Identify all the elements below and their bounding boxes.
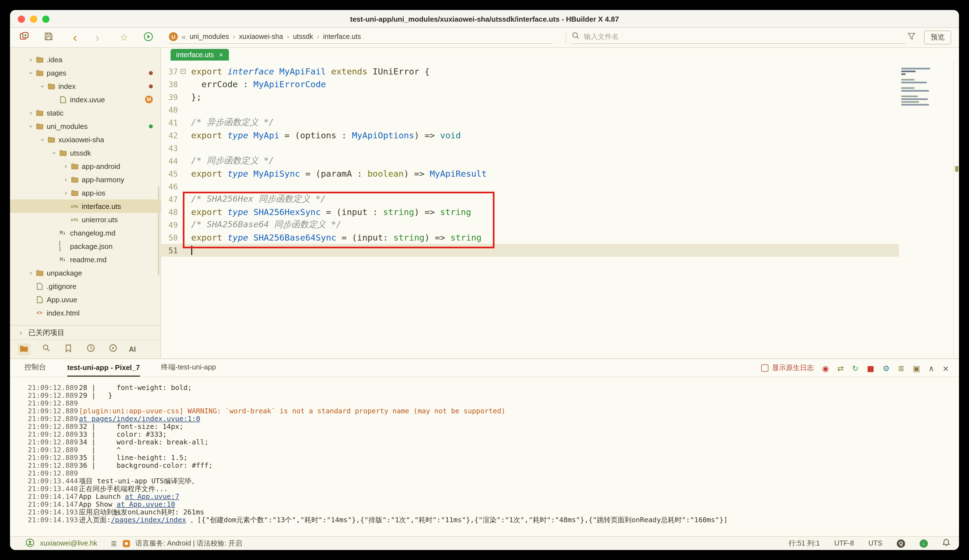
- export-log-icon[interactable]: ▣: [913, 364, 920, 372]
- chevron-down-icon[interactable]: ›: [28, 69, 35, 77]
- favorite-button[interactable]: ☆: [118, 31, 130, 44]
- run-button[interactable]: [142, 31, 155, 44]
- code-line-44[interactable]: 44/* 同步函数定义 */: [161, 155, 899, 167]
- tree-item-interface.uts[interactable]: UTSinterface.uts: [10, 199, 161, 213]
- encoding-indicator[interactable]: UTF-8: [834, 540, 854, 547]
- minimap[interactable]: [899, 66, 954, 107]
- history-view-button[interactable]: [85, 343, 97, 355]
- code-line-50[interactable]: 50export type SHA256Base64Sync = (input:…: [161, 231, 899, 244]
- tree-item-index.uvue[interactable]: index.uvueM: [10, 93, 161, 106]
- code-line-46[interactable]: 46: [161, 180, 899, 193]
- tree-item-uni_modules[interactable]: ›uni_modules: [10, 120, 161, 133]
- account-email[interactable]: xuxiaowei@live.hk: [40, 540, 97, 547]
- fold-gutter[interactable]: −: [178, 69, 188, 74]
- bug-icon[interactable]: ◉: [822, 364, 829, 372]
- extensions-view-button[interactable]: [107, 343, 119, 355]
- code-line-38[interactable]: 38 errCode : MyApiErrorCode: [161, 78, 899, 91]
- code-line-45[interactable]: 45export type MyApiSync = (paramA : bool…: [161, 167, 899, 180]
- code-line-42[interactable]: 42export type MyApi = (options : MyApiOp…: [161, 129, 899, 142]
- tree-item-app-android[interactable]: ›app-android: [10, 160, 161, 173]
- task-list-icon[interactable]: ≣: [111, 539, 117, 548]
- tab-interface-uts[interactable]: interface.uts ×: [171, 49, 229, 61]
- console-tab-控制台[interactable]: 控制台: [25, 359, 46, 377]
- tree-item-package.json[interactable]: [ ]package.json: [10, 239, 161, 253]
- update-download-icon[interactable]: ↓: [919, 539, 928, 547]
- navigate-forward-button[interactable]: ›: [91, 31, 103, 44]
- native-log-checkbox[interactable]: [761, 364, 768, 372]
- debug-icon[interactable]: ⚙: [882, 364, 889, 372]
- console-link[interactable]: /pages/index/index: [111, 516, 186, 524]
- navigate-back-button[interactable]: ‹: [69, 31, 81, 44]
- zoom-window-button[interactable]: [42, 15, 50, 23]
- tree-item-.gitignore[interactable]: .gitignore: [10, 279, 161, 293]
- language-service-status[interactable]: 语言服务: Android | 语法校验: 开启: [136, 538, 242, 548]
- code-line-40[interactable]: 40: [161, 103, 899, 116]
- clear-log-icon[interactable]: ×: [942, 364, 949, 372]
- code-area[interactable]: 37−export interface MyApiFail extends IU…: [161, 61, 959, 257]
- chevron-right-icon[interactable]: ›: [62, 189, 70, 196]
- chevron-down-icon[interactable]: ›: [51, 149, 58, 157]
- code-line-37[interactable]: 37−export interface MyApiFail extends IU…: [161, 65, 899, 78]
- chevron-down-icon[interactable]: ›: [28, 122, 35, 131]
- breadcrumb-item[interactable]: utssdk: [293, 33, 313, 41]
- code-line-39[interactable]: 39};: [161, 91, 899, 103]
- tree-item-App.uvue[interactable]: App.uvue: [10, 293, 161, 306]
- chevron-down-icon[interactable]: ›: [40, 136, 46, 144]
- breadcrumb-item[interactable]: uni_modules: [190, 33, 229, 41]
- preview-button[interactable]: 预览: [924, 30, 951, 45]
- chevron-down-icon[interactable]: ›: [40, 82, 46, 91]
- tree-item-index[interactable]: ›index: [10, 80, 161, 93]
- wrap-lines-icon[interactable]: ≣: [898, 364, 904, 372]
- language-mode-indicator[interactable]: UTS: [868, 540, 882, 547]
- chevron-right-icon[interactable]: ›: [62, 163, 70, 169]
- tree-item-changelog.md[interactable]: M↓changelog.md: [10, 226, 161, 239]
- collapse-panel-icon[interactable]: ∧: [929, 364, 934, 372]
- tree-item-readme.md[interactable]: M↓readme.md: [10, 253, 161, 266]
- tree-item-pages[interactable]: ›pages: [10, 66, 161, 80]
- chevron-right-icon[interactable]: ›: [27, 110, 35, 116]
- fold-collapse-icon[interactable]: −: [180, 69, 185, 74]
- stop-icon[interactable]: ■: [867, 364, 874, 372]
- console-link[interactable]: at App.uvue:7: [125, 493, 180, 500]
- close-window-button[interactable]: [18, 15, 25, 23]
- code-line-43[interactable]: 43: [161, 142, 899, 155]
- save-button[interactable]: [42, 31, 55, 44]
- code-line-41[interactable]: 41/* 异步函数定义 */: [161, 116, 899, 129]
- new-file-button[interactable]: [18, 31, 30, 44]
- close-tab-icon[interactable]: ×: [219, 51, 223, 58]
- sync-icon[interactable]: ⇄: [837, 364, 844, 372]
- tree-item-static[interactable]: ›static: [10, 106, 161, 120]
- tree-item-unierror.uts[interactable]: UTSunierror.uts: [10, 213, 161, 226]
- code-line-49[interactable]: 49/* SHA256Base64 同步函数定义 */: [161, 218, 899, 231]
- console-tab-test-uni-app - Pixel_7[interactable]: test-uni-app - Pixel_7: [67, 359, 140, 377]
- console-tab-终端-test-uni-app[interactable]: 终端-test-uni-app: [161, 359, 216, 377]
- chevron-right-icon[interactable]: ›: [27, 269, 35, 276]
- breadcrumb-item[interactable]: xuxiaowei-sha: [239, 33, 283, 41]
- console-link[interactable]: at pages/index/index.uvue:1:0: [79, 415, 200, 423]
- restart-icon[interactable]: ↻: [852, 364, 858, 372]
- code-line-48[interactable]: 48export type SHA256HexSync = (input : s…: [161, 206, 899, 218]
- bookmarks-view-button[interactable]: [62, 343, 75, 355]
- chevron-right-icon[interactable]: ›: [27, 56, 35, 63]
- filter-button[interactable]: [905, 31, 917, 44]
- file-search-input[interactable]: [584, 33, 905, 41]
- tree-item-app-ios[interactable]: ›app-ios: [10, 186, 161, 199]
- tree-item-app-harmony[interactable]: ›app-harmony: [10, 173, 161, 186]
- tree-item-unpackage[interactable]: ›unpackage: [10, 266, 161, 279]
- qa-icon[interactable]: Q: [897, 539, 905, 547]
- breadcrumb-collapse-icon[interactable]: «: [182, 33, 186, 41]
- minimize-window-button[interactable]: [30, 15, 37, 23]
- chevron-right-icon[interactable]: ›: [62, 176, 70, 183]
- closed-projects-row[interactable]: › 已关闭项目: [10, 325, 161, 339]
- tree-item-.idea[interactable]: ›.idea: [10, 53, 161, 66]
- breadcrumb-item[interactable]: interface.uts: [323, 33, 361, 41]
- bell-icon[interactable]: [942, 538, 950, 548]
- code-line-47[interactable]: 47/* SHA256Hex 同步函数定义 */: [161, 193, 899, 206]
- tree-item-index.html[interactable]: <>index.html: [10, 306, 161, 319]
- cursor-position[interactable]: 行:51 列:1: [789, 538, 820, 548]
- tree-item-xuxiaowei-sha[interactable]: ›xuxiaowei-sha: [10, 133, 161, 146]
- code-line-51[interactable]: 51: [161, 244, 899, 257]
- native-log-label[interactable]: 显示原生日志: [772, 363, 814, 373]
- ai-view-button[interactable]: AI: [129, 345, 136, 353]
- tree-item-utssdk[interactable]: ›utssdk: [10, 146, 161, 160]
